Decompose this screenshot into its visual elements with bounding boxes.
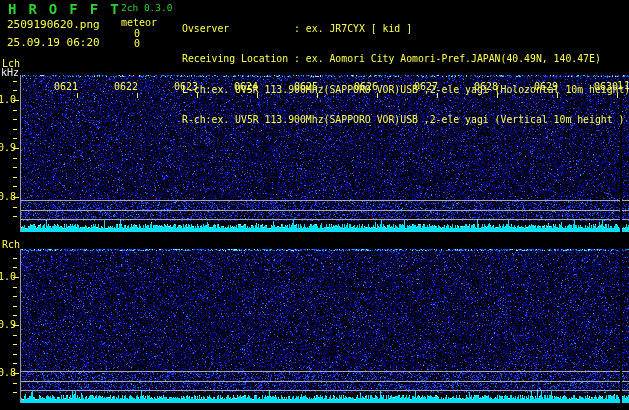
rch-panel-label: Rch <box>2 240 20 250</box>
time-label-0622: 0622 <box>114 81 138 92</box>
lch-scale-1_0: 1.0 <box>0 95 16 105</box>
lch-scale-0_9: 0.9 <box>0 143 16 153</box>
info-line-rch-receiver: R-ch:ex. UV5R 113.900Mhz(SAPPORO VOR)USB… <box>182 114 629 125</box>
time-label-0630: 0630 <box>594 81 618 92</box>
time-label-0628: 0628 <box>474 81 498 92</box>
station-info-block: Ovserver : ex. JR7CYX [ kid ] Receiving … <box>182 3 629 145</box>
time-label-0624: 0624 <box>234 81 258 92</box>
rch-scale-1_0: 1.0 <box>0 272 16 282</box>
time-axis-edge-partial-label: 11 <box>617 81 629 91</box>
rch-scale-0_8: 0.8 <box>0 368 16 378</box>
version-label: 2ch 0.3.0 <box>121 3 172 13</box>
hrofft-screen: HROFFT 2ch 0.3.0 2509190620.png meteor 0… <box>0 0 629 410</box>
time-label-0626: 0626 <box>354 81 378 92</box>
time-label-0625: 0625 <box>294 81 318 92</box>
info-line-location: Receiving Location : ex. Aomori City Aom… <box>182 53 629 64</box>
info-line-observer: Ovserver : ex. JR7CYX [ kid ] <box>182 23 629 34</box>
rch-scale-0_9: 0.9 <box>0 320 16 330</box>
output-filename: 2509190620.png <box>7 19 100 30</box>
khz-unit-label: kHz <box>1 68 19 78</box>
time-label-0629: 0629 <box>534 81 558 92</box>
meteor-count-rch: 0 <box>134 39 140 49</box>
time-label-0623: 0623 <box>174 81 198 92</box>
app-title: HROFFT <box>8 2 131 16</box>
lch-scale-0_8: 0.8 <box>0 192 16 202</box>
meteor-counter-label: meteor <box>121 18 157 28</box>
observation-timestamp: 25.09.19 06:20 <box>7 37 100 48</box>
time-label-0621: 0621 <box>54 81 78 92</box>
time-label-0627: 0627 <box>414 81 438 92</box>
